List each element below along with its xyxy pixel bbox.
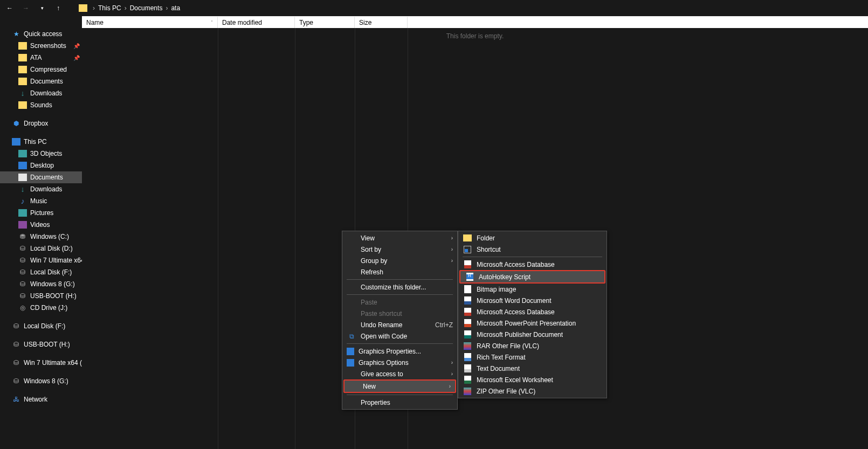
sidebar-item[interactable]: ♪Music xyxy=(0,195,82,207)
sidebar-network[interactable]: 🖧 Network xyxy=(0,393,82,405)
chevron-right-icon: › xyxy=(449,383,451,389)
ctx-properties[interactable]: Properties xyxy=(342,397,457,408)
breadcrumb-root[interactable]: This PC xyxy=(98,4,121,12)
sidebar-item-label: Local Disk (D:) xyxy=(30,245,73,252)
sidebar-item[interactable]: Desktop xyxy=(0,160,82,171)
chevron-right-icon: › xyxy=(125,4,127,12)
recent-dropdown-icon[interactable]: ▾ xyxy=(37,3,47,13)
new-microsoft-powerpoint-presentation[interactable]: Microsoft PowerPoint Presentation xyxy=(458,317,607,329)
sidebar-item-label: 3D Objects xyxy=(30,150,62,157)
sidebar-item[interactable]: Videos xyxy=(0,219,82,231)
music-icon: ♪ xyxy=(18,197,27,205)
sidebar-item-label: Windows 8 (G:) xyxy=(24,377,68,385)
sidebar-item-label: This PC xyxy=(24,138,47,146)
ctx-sort-by[interactable]: Sort by› xyxy=(342,244,457,255)
new-folder[interactable]: Folder xyxy=(458,232,607,244)
sidebar-item[interactable]: ◎CD Drive (J:) xyxy=(0,302,82,314)
new-microsoft-publisher-document[interactable]: Microsoft Publisher Document xyxy=(458,329,607,340)
column-header-name[interactable]: Name ˄ xyxy=(82,17,218,28)
menu-separator xyxy=(347,343,453,344)
sidebar-item[interactable]: ⛁Local Disk (D:) xyxy=(0,243,82,254)
new-shortcut[interactable]: Shortcut xyxy=(458,244,607,255)
sidebar-item-label: Desktop xyxy=(30,162,54,169)
breadcrumb-ata[interactable]: ata xyxy=(171,4,180,12)
ctx-new[interactable]: New› xyxy=(345,381,455,392)
drive-icon: ⛃ xyxy=(18,233,27,240)
sidebar-item[interactable]: Documents xyxy=(0,171,82,183)
drive-icon: ⛁ xyxy=(18,245,27,252)
sidebar-item-label: Compressed xyxy=(30,66,67,73)
ctx-customize-folder[interactable]: Customize this folder... xyxy=(342,281,457,293)
up-button[interactable]: ↑ xyxy=(53,3,64,13)
drive-icon: ⛁ xyxy=(18,292,27,300)
sidebar-item-label: Music xyxy=(30,197,47,205)
network-icon: 🖧 xyxy=(12,396,20,403)
sort-indicator-icon: ˄ xyxy=(211,20,213,25)
file-type-icon xyxy=(464,308,471,316)
file-type-icon xyxy=(464,319,471,327)
sidebar-item-label: Network xyxy=(24,396,47,403)
sidebar-item[interactable]: Documents xyxy=(0,75,82,87)
new-microsoft-access-database[interactable]: Microsoft Access Database xyxy=(458,259,607,270)
ctx-paste: Paste xyxy=(342,296,457,308)
column-label: Date modified xyxy=(222,19,262,26)
folder-icon xyxy=(18,66,27,73)
column-header-type[interactable]: Type xyxy=(295,17,355,28)
sidebar-item[interactable]: ⛁USB-BOOT (H:) xyxy=(0,339,82,350)
vid-icon xyxy=(18,221,27,229)
file-type-icon xyxy=(464,285,471,293)
sidebar-item[interactable]: ↓Downloads xyxy=(0,87,82,99)
ctx-open-with-code[interactable]: ⧉Open with Code xyxy=(342,330,457,342)
ctx-refresh[interactable]: Refresh xyxy=(342,266,457,278)
pics-icon xyxy=(18,209,27,217)
ctx-graphics-options[interactable]: Graphics Options› xyxy=(342,357,457,368)
sidebar-this-pc[interactable]: This PC xyxy=(0,136,82,148)
sidebar-item[interactable]: ATA📌 xyxy=(0,52,82,64)
new-rar-other-file-vlc-[interactable]: RAR Other File (VLC) xyxy=(458,340,607,351)
sidebar-item-label: Screenshots xyxy=(30,42,66,50)
file-type-icon xyxy=(464,330,471,339)
column-divider xyxy=(218,28,218,449)
new-bitmap-image[interactable]: Bitmap image xyxy=(458,284,607,295)
sidebar-dropbox[interactable]: ⬢ Dropbox xyxy=(0,118,82,129)
new-text-document[interactable]: Text Document xyxy=(458,363,607,374)
sidebar-item[interactable]: ⛁Win 7 Ultimate x64 (E xyxy=(0,357,82,369)
column-header-date[interactable]: Date modified xyxy=(218,17,295,28)
sidebar-item[interactable]: Pictures xyxy=(0,207,82,219)
new-microsoft-word-document[interactable]: Microsoft Word Document xyxy=(458,295,607,306)
breadcrumb[interactable]: › This PC › Documents › ata xyxy=(93,4,180,12)
ctx-give-access-to[interactable]: Give access to› xyxy=(342,368,457,379)
breadcrumb-documents[interactable]: Documents xyxy=(130,4,163,12)
back-button[interactable]: ← xyxy=(4,3,15,13)
column-label: Name xyxy=(86,19,104,26)
ctx-group-by[interactable]: Group by› xyxy=(342,255,457,266)
new-microsoft-access-database[interactable]: Microsoft Access Database xyxy=(458,306,607,317)
forward-button[interactable]: → xyxy=(20,3,31,13)
sidebar-item[interactable]: ⛁Windows 8 (G:) xyxy=(0,278,82,290)
sidebar-item[interactable]: ↓Downloads xyxy=(0,183,82,195)
sidebar-item[interactable]: ⛃Windows (C:) xyxy=(0,231,82,243)
folder-icon xyxy=(18,101,27,109)
ctx-graphics-properties[interactable]: Graphics Properties... xyxy=(342,346,457,357)
sidebar-item[interactable]: ⛁Local Disk (F:) xyxy=(0,266,82,278)
sidebar-item[interactable]: Sounds xyxy=(0,99,82,111)
new-autohotkey-script[interactable]: AutoHotkey Script xyxy=(460,271,604,282)
sidebar-item-label: CD Drive (J:) xyxy=(30,304,67,312)
sidebar-item[interactable]: 3D Objects xyxy=(0,148,82,160)
sidebar-item[interactable]: ⛁USB-BOOT (H:) xyxy=(0,290,82,302)
dropbox-icon: ⬢ xyxy=(12,120,20,127)
sidebar-item-label: Pictures xyxy=(30,209,53,217)
new-zip-other-file-vlc-[interactable]: ZIP Other File (VLC) xyxy=(458,385,607,397)
new-rich-text-format[interactable]: Rich Text Format xyxy=(458,351,607,363)
new-microsoft-excel-worksheet[interactable]: Microsoft Excel Worksheet xyxy=(458,374,607,385)
sidebar-item[interactable]: ⛁Win 7 Ultimate x64 xyxy=(0,254,82,266)
sidebar-quick-access[interactable]: ★ Quick access xyxy=(0,28,82,40)
ctx-view[interactable]: View› xyxy=(342,232,457,244)
sidebar-item[interactable]: Compressed xyxy=(0,64,82,75)
sidebar-item[interactable]: Screenshots📌 xyxy=(0,40,82,52)
sidebar-item[interactable]: ⛁Windows 8 (G:) xyxy=(0,375,82,387)
context-menu: View› Sort by› Group by› Refresh Customi… xyxy=(342,231,458,410)
ctx-undo-rename[interactable]: Undo RenameCtrl+Z xyxy=(342,319,457,330)
column-header-size[interactable]: Size xyxy=(355,17,408,28)
sidebar-item[interactable]: ⛁Local Disk (F:) xyxy=(0,320,82,332)
